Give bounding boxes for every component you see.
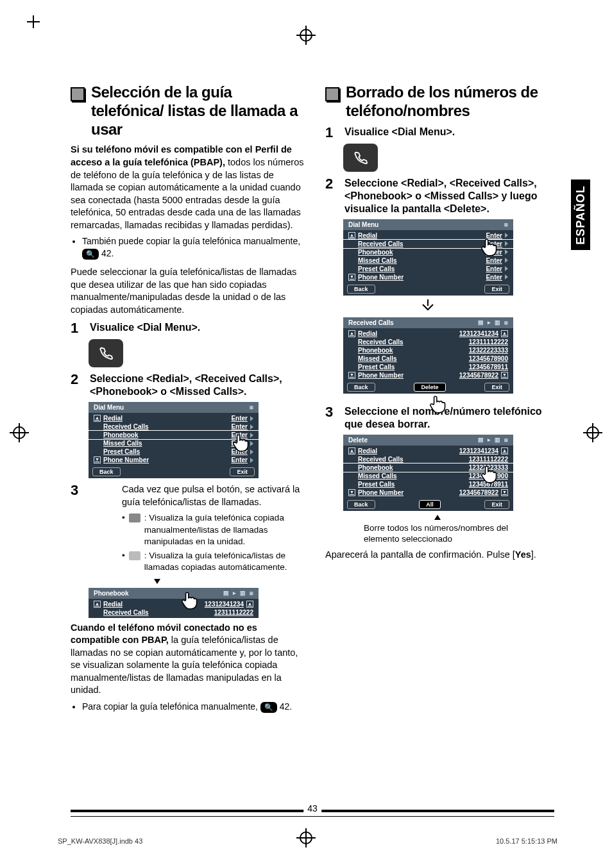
bluetooth-icon: ⧆ bbox=[504, 319, 508, 326]
bluetooth-icon: ⧆ bbox=[250, 404, 253, 411]
bullet-copy-manual: También puede copiar la guía telefónica … bbox=[82, 235, 306, 260]
lcd-received-calls: Received Calls ▤ ▸ ▥ ⧆ ▲Redial1231234123… bbox=[343, 317, 513, 394]
step-number-3: 3 bbox=[71, 483, 83, 497]
scroll-up-icon: ▲ bbox=[348, 447, 355, 455]
scroll-up-icon: ▲ bbox=[501, 330, 508, 337]
lcd-title-text: Dial Menu bbox=[348, 221, 378, 228]
lcd-title-text: Phonebook bbox=[94, 590, 128, 597]
softkey-all: All bbox=[419, 500, 441, 509]
step-number-3: 3 bbox=[325, 405, 338, 419]
step-text-2: Seleccione <Redial>, <Received Calls>, <… bbox=[90, 372, 306, 398]
softkey-exit: Exit bbox=[230, 467, 255, 476]
callout-arrow-down-icon bbox=[154, 579, 160, 584]
language-label: ESPAÑOL bbox=[574, 185, 588, 245]
callout-arrow-up-icon bbox=[434, 515, 441, 520]
scroll-down-icon: ▼ bbox=[501, 372, 508, 379]
step-text-1: Visualice <Dial Menu>. bbox=[90, 321, 200, 334]
registration-mark bbox=[296, 26, 316, 45]
lcd-delete: Delete ▤ ▸ ▥ ⧆ ▲Redial12312341234▲ .Rece… bbox=[343, 435, 513, 511]
confirm-paragraph: Aparecerá la pantalla de confirmación. P… bbox=[325, 549, 561, 562]
softkey-back: Back bbox=[347, 383, 375, 392]
footer: SP_KW-AVX838[J].indb 43 10.5.17 5:15:13 … bbox=[58, 837, 557, 845]
scroll-down-icon: ▼ bbox=[348, 372, 355, 379]
section-bullet-icon bbox=[325, 87, 339, 101]
magnifier-icon: 🔍 bbox=[260, 702, 277, 713]
page-number: 43 bbox=[303, 803, 321, 814]
database-a-icon: ▤ bbox=[478, 319, 484, 326]
phonebook-local-icon bbox=[129, 513, 140, 522]
chevron-right-icon: ▸ bbox=[488, 437, 491, 443]
softkey-back: Back bbox=[347, 500, 375, 509]
scroll-down-icon: ▼ bbox=[348, 274, 355, 281]
phone-button-icon bbox=[89, 339, 123, 367]
scroll-up-icon: ▲ bbox=[94, 601, 101, 608]
intro-paragraph: Si su teléfono móvil es compatible con e… bbox=[71, 144, 306, 231]
phone-button-icon bbox=[343, 144, 378, 172]
step-number-2: 2 bbox=[71, 372, 83, 387]
step-number-1: 1 bbox=[325, 126, 338, 140]
crop-tick bbox=[27, 15, 40, 28]
softkey-exit: Exit bbox=[484, 285, 509, 294]
scroll-down-icon: ▼ bbox=[501, 489, 508, 496]
step3-bullet-1: •: Visualiza la guía telefónica copiada … bbox=[122, 512, 306, 547]
bullet-copy-manual-2: Para copiar la guía telefónica manualmen… bbox=[82, 701, 306, 713]
softkey-exit: Exit bbox=[484, 500, 509, 509]
lcd-title-text: Dial Menu bbox=[94, 404, 124, 411]
phonebook-auto-icon bbox=[129, 551, 140, 560]
scroll-down-icon: ▼ bbox=[94, 456, 101, 463]
chevron-right-icon: ▸ bbox=[233, 590, 236, 596]
step-text-1: Visualice <Dial Menu>. bbox=[344, 126, 455, 138]
step3-intro: Cada vez que pulsa el botón, se activará… bbox=[122, 483, 306, 508]
scroll-up-icon: ▲ bbox=[501, 447, 508, 455]
page-rule: 43 bbox=[71, 810, 554, 817]
step3-bullet-2: •: Visualiza la guía telefónica/listas d… bbox=[122, 550, 306, 573]
lcd-title-text: Delete bbox=[348, 437, 368, 444]
database-b-icon: ▥ bbox=[495, 437, 500, 443]
registration-mark bbox=[10, 423, 29, 442]
magnifier-icon: 🔍 bbox=[82, 249, 99, 260]
softkey-back: Back bbox=[347, 285, 375, 294]
step-number-1: 1 bbox=[71, 321, 83, 335]
step-number-2: 2 bbox=[325, 177, 338, 191]
lcd-dial-menu-left: Dial Menu ⧆ ▲RedialEnter .Received Calls… bbox=[89, 402, 259, 478]
step-text-3: Seleccione el nombre/número telefónico q… bbox=[344, 405, 561, 431]
bluetooth-icon: ⧆ bbox=[250, 590, 253, 597]
database-a-icon: ▤ bbox=[223, 590, 229, 596]
section-title-right: Borrado de los números de teléfono/nombr… bbox=[346, 83, 561, 121]
left-column: Selección de la guía telefónica/ listas … bbox=[71, 83, 306, 719]
scroll-up-icon: ▲ bbox=[246, 601, 253, 608]
footer-timestamp: 10.5.17 5:15:13 PM bbox=[496, 837, 557, 845]
database-b-icon: ▥ bbox=[240, 590, 246, 596]
caption-all: Borre todos los números/nombres del elem… bbox=[364, 522, 531, 545]
database-a-icon: ▤ bbox=[478, 437, 484, 443]
lcd-phonebook-left: Phonebook ▤ ▸ ▥ ⧆ ▲Redial12312341234▲ .R… bbox=[89, 588, 259, 618]
paragraph-select: Puede seleccionar la guía telefónica/lis… bbox=[71, 266, 306, 316]
step-text-2: Seleccione <Redial>, <Received Calls>, <… bbox=[344, 177, 561, 215]
bluetooth-icon: ⧆ bbox=[504, 437, 508, 444]
section-title-left: Selección de la guía telefónica/ listas … bbox=[91, 83, 306, 138]
section-bullet-icon bbox=[71, 87, 85, 101]
right-column: Borrado de los números de teléfono/nombr… bbox=[325, 83, 561, 719]
footer-filename: SP_KW-AVX838[J].indb 43 bbox=[58, 837, 142, 845]
database-b-icon: ▥ bbox=[495, 319, 500, 326]
scroll-up-icon: ▲ bbox=[348, 232, 355, 239]
scroll-up-icon: ▲ bbox=[348, 330, 355, 337]
softkey-exit: Exit bbox=[484, 383, 509, 392]
lcd-dial-menu-right: Dial Menu ⧆ ▲RedialEnter .Received Calls… bbox=[343, 219, 513, 296]
softkey-delete: Delete bbox=[414, 383, 445, 392]
pbap-no-paragraph: Cuando el teléfono móvil conectado no es… bbox=[71, 622, 306, 697]
chevron-right-icon: ▸ bbox=[488, 319, 491, 326]
registration-mark bbox=[583, 423, 602, 442]
down-arrow-icon bbox=[343, 299, 513, 311]
softkey-back: Back bbox=[92, 467, 121, 476]
scroll-down-icon: ▼ bbox=[348, 489, 355, 496]
lcd-title-text: Received Calls bbox=[348, 319, 394, 326]
bluetooth-icon: ⧆ bbox=[504, 221, 508, 228]
language-tab: ESPAÑOL bbox=[571, 179, 590, 250]
scroll-up-icon: ▲ bbox=[94, 415, 101, 422]
